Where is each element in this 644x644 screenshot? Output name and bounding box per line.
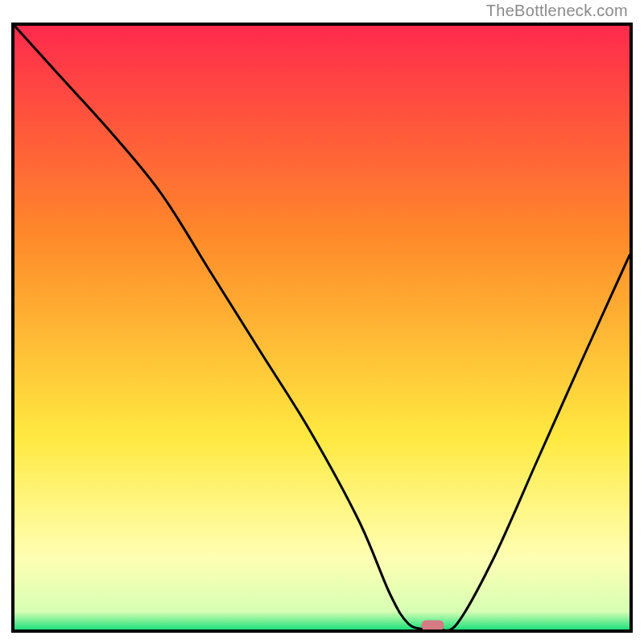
gradient-background [14,26,630,630]
plot-frame [11,23,633,633]
chart-container: TheBottleneck.com [0,0,644,644]
watermark-text: TheBottleneck.com [486,2,628,20]
optimal-marker [422,621,444,630]
plot-svg [14,26,630,630]
plot-area [14,26,630,630]
